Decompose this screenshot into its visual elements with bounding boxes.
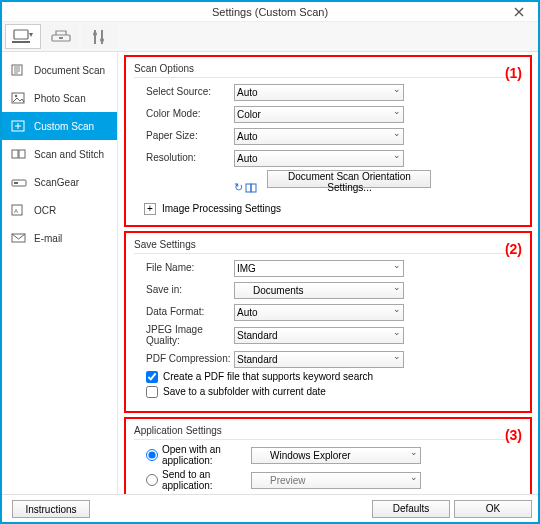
svg-rect-1 <box>12 41 30 43</box>
svg-rect-0 <box>14 30 28 39</box>
sidebar-item-label: Custom Scan <box>34 121 94 132</box>
jpeg-quality-label: JPEG Image Quality: <box>134 324 234 346</box>
open-with-app-label: Open with an application: <box>162 444 246 466</box>
application-settings-region: (3) Application Settings Open with an ap… <box>124 417 532 495</box>
select-source-label: Select Source: <box>134 86 234 97</box>
svg-rect-3 <box>59 37 63 39</box>
file-name-input[interactable] <box>234 260 404 277</box>
footer: Instructions Defaults OK <box>2 494 538 522</box>
file-name-label: File Name: <box>134 262 234 273</box>
subfolder-label: Save to a subfolder with current date <box>163 386 326 397</box>
save-in-select[interactable]: Documents <box>234 282 404 299</box>
resolution-select[interactable]: Auto <box>234 150 404 167</box>
region-marker-3: (3) <box>505 427 522 443</box>
ok-button[interactable]: OK <box>454 500 532 518</box>
subfolder-checkbox[interactable] <box>146 386 158 398</box>
sidebar-item-custom-scan[interactable]: Custom Scan <box>2 112 117 140</box>
svg-rect-20 <box>251 184 256 192</box>
jpeg-quality-select[interactable]: Standard <box>234 327 404 344</box>
orientation-rotate-icon: ↻ <box>234 181 243 194</box>
orientation-settings-button[interactable]: Document Scan Orientation Settings... <box>267 170 431 188</box>
svg-point-6 <box>93 32 97 36</box>
paper-size-select[interactable]: Auto <box>234 128 404 145</box>
pdf-compression-label: PDF Compression: <box>134 353 234 364</box>
svg-text:A: A <box>14 208 18 214</box>
save-settings-region: (2) Save Settings File Name: ⌄ Save in: … <box>124 231 532 413</box>
scangear-icon <box>10 175 28 189</box>
svg-rect-15 <box>14 182 18 184</box>
svg-point-7 <box>100 38 104 42</box>
send-to-app-radio[interactable] <box>146 474 158 486</box>
sidebar-item-scangear[interactable]: ScanGear <box>2 168 117 196</box>
orientation-duplex-icon <box>245 179 257 197</box>
sidebar-item-scan-and-stitch[interactable]: Scan and Stitch <box>2 140 117 168</box>
open-with-app-select[interactable]: Windows Explorer <box>251 447 421 464</box>
data-format-label: Data Format: <box>134 306 234 317</box>
region-marker-1: (1) <box>505 65 522 81</box>
email-icon <box>10 231 28 245</box>
paper-size-label: Paper Size: <box>134 130 234 141</box>
instructions-button[interactable]: Instructions <box>12 500 90 518</box>
sidebar-item-document-scan[interactable]: Document Scan <box>2 56 117 84</box>
plus-icon: + <box>144 203 156 215</box>
sidebar-item-ocr[interactable]: A OCR <box>2 196 117 224</box>
send-to-app-label: Send to an application: <box>162 469 246 491</box>
sidebar-item-label: Document Scan <box>34 65 105 76</box>
titlebar: Settings (Custom Scan) <box>2 0 538 22</box>
sidebar: Document Scan Photo Scan Custom Scan Sca… <box>2 52 118 494</box>
scan-options-title: Scan Options <box>134 63 522 74</box>
sidebar-item-label: ScanGear <box>34 177 79 188</box>
select-source-select[interactable]: Auto <box>234 84 404 101</box>
toolbar-general-settings-button[interactable] <box>81 24 117 49</box>
sidebar-item-email[interactable]: E-mail <box>2 224 117 252</box>
region-marker-2: (2) <box>505 241 522 257</box>
save-in-label: Save in: <box>134 284 234 295</box>
document-scan-icon <box>10 63 28 77</box>
sidebar-item-label: E-mail <box>34 233 62 244</box>
sidebar-item-label: Photo Scan <box>34 93 86 104</box>
top-toolbar <box>2 22 538 52</box>
toolbar-scan-from-pc-button[interactable] <box>5 24 41 49</box>
color-mode-label: Color Mode: <box>134 108 234 119</box>
sidebar-item-photo-scan[interactable]: Photo Scan <box>2 84 117 112</box>
sidebar-item-label: Scan and Stitch <box>34 149 104 160</box>
stitch-icon <box>10 147 28 161</box>
image-processing-expander[interactable]: + Image Processing Settings <box>134 203 522 215</box>
scan-options-region: (1) Scan Options Select Source: Auto⌄ Co… <box>124 55 532 227</box>
color-mode-select[interactable]: Color <box>234 106 404 123</box>
photo-scan-icon <box>10 91 28 105</box>
send-to-app-select[interactable]: Preview <box>251 472 421 489</box>
pdf-keyword-label: Create a PDF file that supports keyword … <box>163 371 373 382</box>
defaults-button[interactable]: Defaults <box>372 500 450 518</box>
settings-window: Settings (Custom Scan) Document Scan Pho… <box>0 0 540 524</box>
svg-rect-19 <box>246 184 251 192</box>
custom-scan-icon <box>10 119 28 133</box>
data-format-select[interactable]: Auto <box>234 304 404 321</box>
toolbar-scan-from-panel-button[interactable] <box>43 24 79 49</box>
image-processing-label: Image Processing Settings <box>162 203 281 214</box>
svg-rect-13 <box>19 150 25 158</box>
sidebar-item-label: OCR <box>34 205 56 216</box>
application-settings-title: Application Settings <box>134 425 522 436</box>
main-panel[interactable]: (1) Scan Options Select Source: Auto⌄ Co… <box>118 52 538 494</box>
resolution-label: Resolution: <box>134 152 234 163</box>
save-settings-title: Save Settings <box>134 239 522 250</box>
svg-point-10 <box>15 95 17 97</box>
window-title: Settings (Custom Scan) <box>212 6 328 18</box>
window-close-button[interactable] <box>504 4 534 20</box>
pdf-compression-select[interactable]: Standard <box>234 351 404 368</box>
ocr-icon: A <box>10 203 28 217</box>
open-with-app-radio[interactable] <box>146 449 158 461</box>
pdf-keyword-checkbox[interactable] <box>146 371 158 383</box>
svg-rect-12 <box>12 150 18 158</box>
svg-rect-8 <box>12 65 22 75</box>
